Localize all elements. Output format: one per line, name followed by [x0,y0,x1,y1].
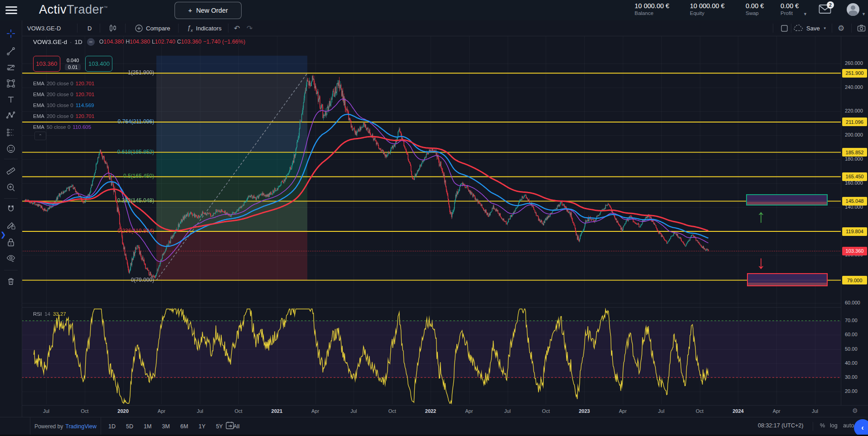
range-button-1y[interactable]: 1Y [195,422,209,431]
indicator-row[interactable]: EMA200 close 0120.701 [33,89,94,100]
stat-value: 10 000.00 € [635,2,669,10]
short-zone-rectangle[interactable] [747,273,828,286]
save-caret-icon: ▼ [823,26,827,30]
price-axis[interactable]: 260.000240.000220.000200.000180.000160.0… [841,36,868,417]
time-label: Apr [465,408,473,414]
lock-all-tool-icon [6,237,16,247]
left-tool-pattern-tool[interactable] [4,108,18,122]
time-label: Oct [234,408,242,414]
undo-button[interactable]: ↶ [234,20,240,36]
text-tool-icon [6,95,16,105]
compare-button[interactable]: Compare [135,20,170,36]
stat-equity: 10 000.00 €Equity [690,2,725,17]
stat-swap: 0.00 €Swap [746,2,764,17]
stats-caret-icon[interactable]: ▼ [803,12,807,16]
short-zone-inner-strip [748,283,827,285]
left-tool-zoom-in-tool[interactable] [4,181,18,194]
left-tool-fib-retracement-tool[interactable] [4,61,18,74]
screenshot-button[interactable] [857,20,866,36]
redo-button[interactable]: ↷ [247,20,252,36]
range-button-1m[interactable]: 1M [141,422,155,431]
stat-balance: 10 000.00 €Balance [635,2,669,17]
chart-style-button[interactable] [109,20,117,36]
left-tool-magnet-tool[interactable] [4,202,18,216]
range-button-3m[interactable]: 3M [159,422,173,431]
axis-settings-icon[interactable]: ⚙ [852,407,858,414]
stat-label: Balance [635,10,669,16]
legend-symbol[interactable]: VOW3.GE-d [33,39,67,45]
range-button-1d[interactable]: 1D [105,422,119,431]
go-to-date-button[interactable] [225,421,235,431]
up-arrow-drawing[interactable]: ↑ [756,207,766,225]
ohlc-key: L [152,39,155,45]
time-label: 2022 [425,408,436,414]
indicator-row[interactable]: EMA200 close 0120.701 [33,78,94,89]
buy-ask-button[interactable]: 103.400 [85,56,112,72]
camera-icon [857,24,866,32]
indicator-value: 114.569 [76,103,94,108]
brand-logo: ActivTrader™ [39,3,108,17]
left-tool-trendline-tool[interactable] [4,44,18,58]
avatar-caret-icon[interactable]: ▼ [862,12,866,16]
indicator-row[interactable]: EMA100 close 0114.569 [33,100,94,111]
time-label: Apr [158,408,165,414]
stat-value: 0.00 € [746,2,764,10]
legend-collapse-circle-button[interactable]: – [87,38,95,46]
left-tool-measure-tool[interactable] [4,164,18,177]
indicator-row[interactable]: EMA200 close 0120.701 [33,111,94,122]
fib-retracement-tool-icon [6,63,16,73]
fib-level-label: 0.764(211.096) [117,118,154,125]
stat-value: 0.00 € [781,2,799,10]
toolbar-separator [4,198,18,199]
interval-button[interactable]: D [87,20,92,36]
indicator-row[interactable]: EMA50 close 0110.605 [33,122,94,132]
left-tool-forecast-tool[interactable] [4,126,18,139]
chart-legend: VOW3.GE-d · 1D – O104.380 H104.380 L102.… [33,38,245,46]
zoom-in-tool-icon [6,182,16,192]
tradingview-link[interactable]: TradingView [65,423,97,430]
current-price-badge: 103.360 [842,247,867,255]
indicators-button[interactable]: ƒx Indicators [187,20,222,36]
left-tool-crosshair-tool[interactable] [4,27,18,40]
log-scale-button[interactable]: log [830,422,838,429]
sell-bid-button[interactable]: 103.360 [33,56,60,72]
down-arrow-drawing[interactable]: ↓ [756,253,766,271]
stat-value: 10 000.00 € [690,2,725,10]
range-button-5d[interactable]: 5D [123,422,136,431]
magnet-tool-icon [6,204,16,214]
percent-scale-button[interactable]: % [820,422,825,429]
hamburger-menu-icon[interactable] [5,6,17,14]
shapes-tool-icon [6,78,16,88]
top-navbar: ActivTrader™ + New Order 10 000.00 €Bala… [0,0,868,20]
session-clock[interactable]: 08:32:17 (UTC+2) [758,422,803,429]
platform-panel-expander-button[interactable]: ‹ [854,419,868,436]
fib-level-label: 0(79.000) [131,277,154,283]
chart-settings-button[interactable]: ⚙ [838,20,844,36]
avatar[interactable] [847,3,859,16]
candlestick-chart[interactable] [0,0,868,436]
legend-collapse-button[interactable]: ⌃ [34,132,46,140]
time-axis[interactable]: ⚙ JulOct2020AprJulOct2021AprJulOct2022Ap… [22,405,868,417]
left-tool-text-tool[interactable] [4,93,18,107]
left-tool-hide-all-tool[interactable] [4,251,18,265]
price-tick-label: 260.000 [845,60,863,66]
left-tool-emoji-tool[interactable] [4,142,18,156]
auto-scale-button[interactable]: auto [843,422,854,429]
left-tool-remove-drawings-tool[interactable] [4,274,18,288]
legend-separator: · [70,39,72,45]
range-button-6m[interactable]: 6M [177,422,191,431]
watchlist-expander-chevron[interactable]: ❯ [0,228,6,241]
rsi-tick-label: 50.00 [845,346,858,352]
symbol-button[interactable]: VOW3.GE-D [27,20,61,36]
compare-plus-icon [135,24,143,32]
range-button-5y[interactable]: 5Y [213,422,226,431]
stat-profit: 0.00 €Profit [781,2,799,17]
fullscreen-button[interactable] [781,20,788,36]
new-order-button[interactable]: + New Order [175,2,242,19]
left-tool-shapes-tool[interactable] [4,77,18,90]
fib-level-label: 0.5(165.450) [123,173,154,179]
rsi-value: 33.27 [53,311,66,317]
long-zone-rectangle[interactable] [746,194,828,206]
save-button[interactable]: Save ▼ [793,20,827,36]
legend-interval[interactable]: 1D [75,39,82,45]
